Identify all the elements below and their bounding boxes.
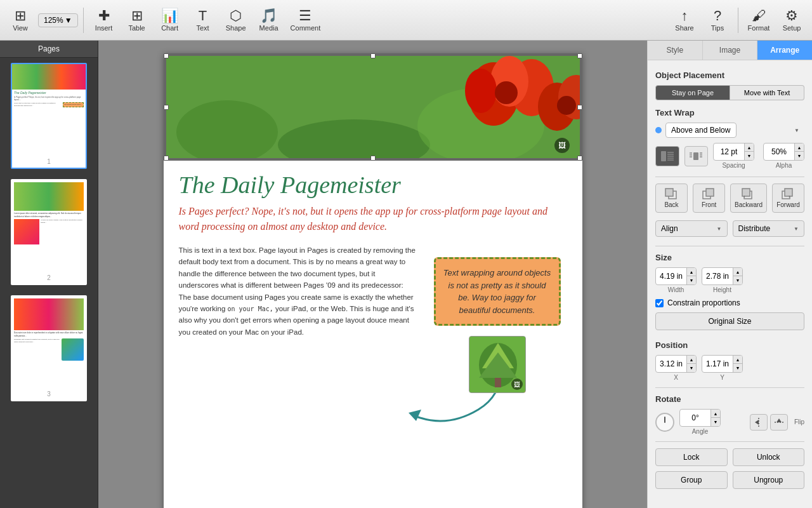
lock-btn[interactable]: Lock bbox=[655, 448, 728, 466]
forward-btn[interactable]: › Forward bbox=[772, 184, 804, 213]
toolbar-insert[interactable]: ✚ Insert bbox=[89, 3, 119, 38]
spacing-up-btn[interactable]: ▲ bbox=[745, 144, 754, 152]
svg-text:›: › bbox=[789, 194, 790, 199]
unlock-btn[interactable]: Unlock bbox=[733, 448, 805, 466]
rotate-section-label: Rotate bbox=[655, 394, 804, 404]
front-btn[interactable]: Front bbox=[693, 184, 725, 213]
floating-text: Text wrapping around objects is not as p… bbox=[443, 268, 551, 315]
main-area: Pages The Daily Pagemeister Is Pages per… bbox=[0, 41, 812, 508]
wrap-textfit-btn[interactable] bbox=[655, 146, 679, 166]
setup-icon: ⚙ bbox=[785, 9, 798, 23]
textwrap-select[interactable]: Above and Below Inline with Text Around … bbox=[665, 123, 737, 138]
distribute-dropdown[interactable]: Distribute ▼ bbox=[733, 220, 805, 237]
height-down-btn[interactable]: ▼ bbox=[733, 276, 742, 284]
canvas-area[interactable]: 🖼 The Daily Pagemeister Is Pages perfect bbox=[98, 41, 647, 508]
position-row: ▲ ▼ X ▲ ▼ Y bbox=[655, 355, 804, 381]
page-thumbnail-1[interactable]: The Daily Pagemeister Is Pages perfect? … bbox=[11, 63, 87, 169]
spacing-input[interactable] bbox=[714, 145, 744, 158]
body-image-small[interactable]: 🖼 bbox=[469, 336, 526, 393]
alpha-input[interactable] bbox=[764, 145, 794, 158]
body-right-area: Text wrapping around objects is not as p… bbox=[428, 244, 567, 398]
x-up-btn[interactable]: ▲ bbox=[687, 356, 696, 364]
wrap-side-btn[interactable] bbox=[684, 146, 709, 166]
placement-stay-btn[interactable]: Stay on Page bbox=[655, 85, 730, 100]
front-label: Front bbox=[702, 201, 716, 208]
toolbar-media[interactable]: 🎵 Media bbox=[254, 3, 284, 38]
ungroup-btn[interactable]: Ungroup bbox=[733, 471, 805, 489]
toolbar-table[interactable]: ⊞ Table bbox=[122, 3, 152, 38]
y-down-btn[interactable]: ▼ bbox=[733, 364, 742, 372]
toolbar-share[interactable]: ↑ Share bbox=[669, 3, 700, 38]
angle-down-btn[interactable]: ▼ bbox=[711, 418, 720, 426]
group-btn[interactable]: Group bbox=[655, 471, 728, 489]
backward-icon: ‹ bbox=[742, 188, 756, 199]
angle-up-btn[interactable]: ▲ bbox=[711, 410, 720, 418]
y-label: Y bbox=[720, 374, 724, 381]
align-arrow-icon: ▼ bbox=[717, 226, 722, 232]
alpha-down-btn[interactable]: ▼ bbox=[795, 152, 804, 160]
tab-image[interactable]: Image bbox=[703, 41, 758, 60]
flip-horizontal-btn[interactable] bbox=[750, 414, 768, 431]
height-up-btn[interactable]: ▲ bbox=[733, 268, 742, 276]
panel-tabs: Style Image Arrange bbox=[648, 41, 812, 60]
view-label: View bbox=[13, 24, 28, 32]
spacing-down-btn[interactable]: ▼ bbox=[745, 152, 754, 160]
height-input-group: ▲ ▼ Height bbox=[702, 267, 743, 293]
text-wrap-label: Text Wrap bbox=[655, 108, 804, 117]
table-label: Table bbox=[128, 24, 145, 32]
height-input[interactable] bbox=[702, 270, 733, 283]
tab-arrange[interactable]: Arrange bbox=[757, 41, 812, 60]
angle-input-group: ▲ ▼ Angle bbox=[679, 409, 721, 435]
tab-style[interactable]: Style bbox=[648, 41, 703, 60]
y-up-btn[interactable]: ▲ bbox=[733, 356, 742, 364]
original-size-btn[interactable]: Original Size bbox=[655, 312, 804, 330]
arrange-buttons-row: Back Front ‹ Backward bbox=[655, 184, 804, 213]
toolbar-format[interactable]: 🖌 Format bbox=[743, 3, 774, 38]
backward-btn[interactable]: ‹ Backward bbox=[730, 184, 767, 213]
flip-vertical-btn[interactable] bbox=[770, 414, 788, 431]
textwrap-select-row: Above and Below Inline with Text Around … bbox=[655, 123, 804, 138]
format-label: Format bbox=[748, 24, 770, 32]
toolbar-tips[interactable]: ? Tips bbox=[702, 3, 733, 38]
header-svg bbox=[166, 56, 580, 159]
svg-rect-18 bbox=[661, 151, 666, 161]
page-thumbnail-2[interactable]: Lorem ipsum dolor sit amet, consectetur … bbox=[11, 179, 87, 285]
toolbar-setup[interactable]: ⚙ Setup bbox=[776, 3, 807, 38]
pages-panel: Pages The Daily Pagemeister Is Pages per… bbox=[0, 41, 98, 508]
width-input[interactable] bbox=[656, 270, 686, 283]
alpha-spinners: ▲ ▼ bbox=[794, 144, 804, 160]
page-thumbnail-3[interactable]: Duis aute irure dolor in reprehenderit i… bbox=[11, 295, 87, 401]
toolbar-text[interactable]: T Text bbox=[188, 3, 218, 38]
angle-dial[interactable] bbox=[655, 413, 674, 432]
size-row: ▲ ▼ Width ▲ ▼ Height bbox=[655, 267, 804, 293]
back-btn[interactable]: Back bbox=[655, 184, 688, 213]
header-image-container[interactable]: 🖼 bbox=[164, 53, 582, 161]
x-input[interactable] bbox=[656, 358, 686, 370]
alpha-up-btn[interactable]: ▲ bbox=[795, 144, 804, 152]
placement-move-btn[interactable]: Move with Text bbox=[730, 85, 804, 100]
zoom-value: 125% bbox=[44, 16, 63, 25]
distribute-arrow-icon: ▼ bbox=[794, 226, 799, 232]
x-label: X bbox=[674, 374, 678, 381]
x-spinners: ▲ ▼ bbox=[686, 356, 696, 372]
align-dropdown[interactable]: Align ▼ bbox=[655, 220, 728, 237]
toolbar-shape[interactable]: ⬡ Shape bbox=[221, 3, 251, 38]
toolbar-view[interactable]: ⊞ View bbox=[5, 3, 36, 38]
width-down-btn[interactable]: ▼ bbox=[687, 276, 696, 284]
angle-input[interactable] bbox=[680, 411, 710, 424]
divider-2 bbox=[655, 246, 804, 246]
toolbar-chart[interactable]: 📊 Chart bbox=[155, 3, 185, 38]
zoom-control[interactable]: 125% ▼ bbox=[38, 13, 78, 27]
y-input[interactable] bbox=[702, 358, 733, 370]
spacing-spin: ▲ ▼ bbox=[713, 143, 754, 161]
x-down-btn[interactable]: ▼ bbox=[687, 364, 696, 372]
width-up-btn[interactable]: ▲ bbox=[687, 268, 696, 276]
alpha-input-group: ▲ ▼ Alpha bbox=[763, 143, 804, 169]
back-label: Back bbox=[664, 201, 678, 208]
page-num-1: 1 bbox=[12, 158, 86, 165]
toolbar-comment[interactable]: ☰ Comment bbox=[287, 3, 325, 38]
rotate-row: ▲ ▼ Angle bbox=[655, 409, 804, 435]
constrain-checkbox[interactable] bbox=[655, 299, 664, 307]
floating-text-box[interactable]: Text wrapping around objects is not as p… bbox=[434, 257, 561, 326]
chart-label: Chart bbox=[161, 24, 178, 32]
